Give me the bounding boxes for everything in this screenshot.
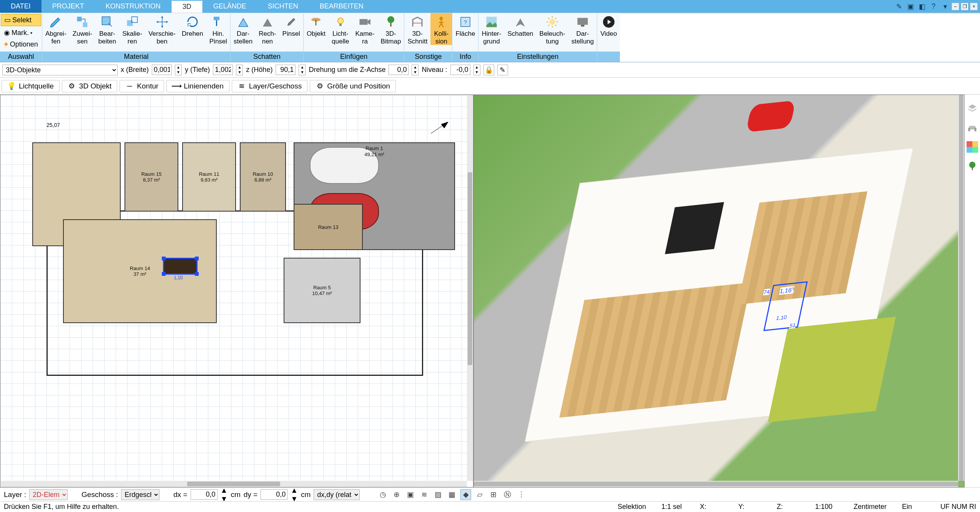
btn-schatten-set[interactable]: Schatten (504, 13, 536, 38)
btn-lichtquelle[interactable]: Licht-quelle (329, 13, 352, 45)
y-label: y (Tiefe) (185, 66, 210, 74)
svg-rect-25 (972, 168, 973, 170)
group-title-info: Info (452, 52, 478, 62)
rotation-input[interactable] (389, 65, 409, 75)
btn-pinsel[interactable]: Pinsel (279, 13, 303, 38)
north-icon[interactable]: Ⓝ (502, 489, 513, 500)
btn-abgreifen[interactable]: Abgrei-fen (42, 13, 70, 45)
window-close[interactable]: × (970, 3, 978, 10)
status-ratio: 1:1 sel (661, 503, 684, 511)
btn-hin-pinsel[interactable]: Hin.Pinsel (206, 13, 230, 45)
side-tool-strip (965, 95, 980, 487)
dy-spinner[interactable]: ▲▼ (291, 486, 298, 503)
svg-rect-18 (577, 18, 588, 25)
status-rest: UF NUM RI (940, 503, 976, 511)
layers-panel-icon[interactable] (966, 102, 978, 115)
cube-icon[interactable]: ◧ (917, 2, 927, 12)
mark-button[interactable]: ◉Mark.▾ (1, 27, 41, 38)
dx-spinner[interactable]: ▲▼ (221, 486, 228, 503)
chevron-down-icon[interactable]: ▾ (940, 2, 950, 12)
palette-icon[interactable] (966, 141, 978, 153)
btn-3d-bitmap[interactable]: 3D-Bitmap (377, 13, 404, 45)
3d-scrollbar-v[interactable] (958, 95, 964, 481)
btn-hintergrund[interactable]: Hinter-grund (478, 13, 504, 45)
menu-konstruktion[interactable]: KONSTRUKTION (95, 0, 171, 13)
2d-pane[interactable]: 25,07 Raum 158,37 m² Raum 119,83 m² Raum… (0, 95, 473, 487)
btn-objekt[interactable]: Objekt (304, 13, 329, 38)
menu-sichten[interactable]: SICHTEN (257, 0, 309, 13)
btn-darstellung[interactable]: Dar-stellung (568, 13, 597, 45)
menu-bearbeiten[interactable]: BEARBEITEN (309, 0, 374, 13)
btn-kamera[interactable]: Kame-ra (352, 13, 377, 45)
menubar-right: ✎ ▣ ◧ ? ▾ – ❐ × (894, 0, 980, 13)
menu-projekt[interactable]: PROJEKT (42, 0, 95, 13)
object-type-select[interactable]: 3D-Objekte (2, 65, 118, 75)
help-icon[interactable]: ? (929, 2, 938, 12)
geschoss-select[interactable]: Erdgeschos (121, 489, 159, 500)
clipboard-icon[interactable]: ▣ (905, 2, 915, 12)
btn-flaeche[interactable]: ?Fläche (452, 13, 478, 38)
coord-mode-select[interactable]: dx,dy (relativ ka (314, 489, 360, 500)
edit-icon[interactable]: ✎ (497, 65, 508, 75)
z-spinner[interactable]: ▲▼ (299, 65, 306, 75)
btn-3d-schnitt[interactable]: 3D-Schnitt (404, 13, 430, 45)
ctx-layer[interactable]: ≋Layer/Geschoss (232, 80, 307, 92)
globe-icon[interactable]: ⊕ (391, 489, 402, 500)
selected-object-2d[interactable]: 1,10 (163, 258, 198, 275)
selekt-button[interactable]: ▭Selekt (1, 14, 41, 26)
2d-scrollbar-v[interactable] (467, 95, 473, 481)
menu-datei[interactable]: DATEI (0, 0, 42, 13)
btn-darstellen[interactable]: Dar-stellen (231, 13, 256, 45)
dy-input[interactable] (261, 489, 287, 500)
tree-panel-icon[interactable] (966, 160, 978, 172)
shade-icon[interactable]: ◆ (460, 489, 471, 500)
rotation-spinner[interactable]: ▲▼ (412, 65, 419, 75)
wireframe-icon[interactable]: ▱ (474, 489, 485, 500)
3d-viewport[interactable]: 74 1,16⁵ 1,10 51 (474, 95, 964, 487)
niveau-spinner[interactable]: ▲▼ (473, 65, 480, 75)
x-spinner[interactable]: ▲▼ (175, 65, 182, 75)
ctx-linienenden[interactable]: ⟶Linienenden (166, 80, 229, 92)
3d-scrollbar-h[interactable] (474, 481, 958, 487)
camera-icon[interactable]: ▣ (405, 489, 416, 500)
dx-input[interactable] (191, 489, 218, 500)
clock-icon[interactable]: ◷ (377, 489, 388, 500)
window-minimize[interactable]: – (952, 3, 959, 10)
svg-point-24 (969, 162, 975, 168)
btn-bearbeiten[interactable]: Bear-beiten (95, 13, 119, 45)
btn-beleuchtung[interactable]: Beleuch-tung (537, 13, 568, 45)
y-input[interactable] (213, 65, 233, 75)
pattern-icon[interactable]: ▦ (447, 489, 457, 500)
z-input[interactable] (276, 65, 296, 75)
menu-gelaende[interactable]: GELÄNDE (203, 0, 257, 13)
btn-verschieben[interactable]: Verschie-ben (145, 13, 179, 45)
ctx-groesse[interactable]: ⚙Größe und Position (310, 80, 396, 92)
niveau-input[interactable] (450, 65, 470, 75)
btn-skalieren[interactable]: Skalie-ren (119, 13, 145, 45)
2d-scrollbar-h[interactable] (0, 481, 467, 487)
ctx-3d-objekt[interactable]: ⚙3D Objekt (62, 80, 117, 92)
btn-kollision[interactable]: Kolli-sion (430, 13, 452, 45)
3d-pane[interactable]: 74 1,16⁵ 1,10 51 (473, 95, 965, 487)
menu-3d[interactable]: 3D (171, 0, 203, 13)
lock-icon[interactable]: 🔒 (483, 65, 494, 75)
grid-icon[interactable]: ⊞ (488, 489, 499, 500)
optionen-button[interactable]: +Optionen (1, 38, 41, 50)
2d-viewport[interactable]: 25,07 Raum 158,37 m² Raum 119,83 m² Raum… (0, 95, 473, 487)
window-restore[interactable]: ❐ (961, 3, 968, 10)
floor-outline: Raum 158,37 m² Raum 119,83 m² Raum 106,8… (47, 210, 423, 376)
hatch-icon[interactable]: ▨ (433, 489, 443, 500)
btn-rechnen[interactable]: Rech-nen (256, 13, 279, 45)
ctx-kontur[interactable]: ─Kontur (120, 80, 164, 92)
furniture-panel-icon[interactable] (966, 122, 978, 134)
btn-video[interactable]: Video (597, 13, 620, 38)
btn-drehen[interactable]: Drehen (179, 13, 206, 38)
layers-icon[interactable]: ≋ (419, 489, 430, 500)
y-spinner[interactable]: ▲▼ (236, 65, 243, 75)
btn-zuweisen[interactable]: Zuwei-sen (70, 13, 95, 45)
ctx-lichtquelle[interactable]: 💡Lichtquelle (2, 80, 60, 92)
menu-dots-icon[interactable]: ⋮ (516, 489, 527, 500)
wand-icon[interactable]: ✎ (894, 2, 904, 12)
x-input[interactable] (152, 65, 172, 75)
layer-select[interactable]: 2D-Elemen (29, 489, 68, 500)
